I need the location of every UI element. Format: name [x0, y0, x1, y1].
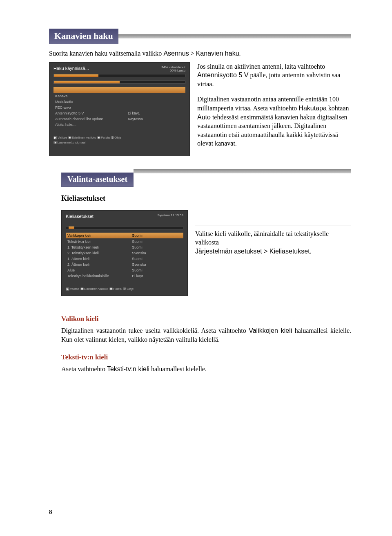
shot1-row: Modulaatio [53, 99, 185, 105]
screenshot-haku: Haku käynnissä... 34% valmistunut 50% La… [49, 62, 190, 156]
shot2-row: AlueSuomi [66, 267, 183, 273]
divider [195, 226, 351, 226]
opt-teksti-tv-kieli: Teksti-tv:n kieli [107, 366, 149, 372]
p4b: haluamallesi kielelle. [149, 366, 207, 372]
valikon-kieli-paragraph: Digitaalinen vastaanotin tukee useita va… [61, 326, 351, 344]
menu-asennus: Asennus [163, 50, 189, 57]
subheading-kieliasetukset: Kieliasetukset [61, 194, 351, 203]
key-icon: ? [123, 287, 126, 290]
intro-text-pre: Suorita kanavien haku valitsemalla valik… [49, 50, 163, 57]
screenshot-kieliasetukset: Kieliasetukset Syyskuu 11 13:59 Valikkoj… [61, 210, 188, 296]
shot2-bar [66, 226, 183, 229]
intro-paragraph: Suorita kanavien haku valitsemalla valik… [49, 49, 351, 58]
teksti-tv-paragraph: Aseta vaihtoehto Teksti-tv:n kieli halua… [61, 365, 351, 374]
shot2-highlight-row: Valikkojen kieli Suomi [66, 233, 183, 238]
shot1-row: Automatic channel list updateKäytössä [53, 116, 185, 122]
menu-path: Järjestelmän asetukset > Kieliasetukset [195, 248, 310, 255]
shot1-topright: 34% valmistunut 50% Laatu [161, 66, 185, 73]
key-icon: ? [111, 136, 114, 139]
subheading-valikon-kieli: Valikon kieli [61, 315, 351, 323]
shot2-row: 2. Äänen kieliSvenska [66, 262, 183, 267]
heading-rule [118, 34, 351, 38]
progress-quality [53, 81, 185, 84]
section-heading-valinta-asetukset: Valinta-asetukset [61, 173, 134, 187]
intro-text-post: . [239, 50, 241, 57]
gt: > [189, 50, 196, 57]
shot2-row: 2. Tekstityksen kieliSvenska [66, 250, 183, 256]
shot2-row: Tekstitys heikkokuuloisilleEi käyt. [66, 273, 183, 279]
sec2-text-a: Valitse kieli valikolle, ääniraidalle ta… [195, 229, 351, 247]
key-icon: ■ [97, 136, 100, 139]
divider [195, 259, 351, 259]
shot2-row: 1. Tekstityksen kieliSuomi [66, 244, 183, 250]
p2b: kohtaan [327, 105, 349, 112]
key-icon: ● [53, 141, 57, 144]
sec2-post: . [310, 248, 312, 255]
heading-box: Kanavien haku [49, 29, 118, 44]
key-icon: ■ [80, 287, 84, 290]
p2c: tehdessäsi ensimmäistä kanavien hakua di… [197, 114, 347, 147]
section1-right-text: Jos sinulla on aktiivinen antenni, laita… [197, 62, 351, 156]
shot1-highlight-row [53, 87, 185, 93]
shot1-tr2: 50% Laatu [161, 69, 185, 73]
opt-hakutapa: Hakutapa [298, 105, 327, 112]
shot1-row: Kanava [53, 93, 185, 99]
section2-right-text: Valitse kieli valikolle, ääniraidalle ta… [195, 210, 351, 296]
section-heading-kanavien-haku: Kanavien haku [49, 29, 351, 44]
p4a: Aseta vaihtoehto [61, 366, 107, 372]
opt-antennisyotto: Antennisyotto 5 V [197, 72, 248, 78]
heading2-rule [134, 169, 351, 173]
p1a: Jos sinulla on aktiivinen antenni, laita… [197, 63, 325, 70]
menu-kanavien-haku: Kanavien haku [196, 50, 239, 57]
shot1-footer: ▶Valitse ■Edellinen valikko ■Poistu ?Ohj… [53, 136, 185, 144]
shot2-row: 1. Äänen kieliSuomi [66, 256, 183, 262]
shot1-row: Antennisyöttö 5 VEi käyt. [53, 110, 185, 116]
opt-auto: Auto [197, 114, 211, 121]
shot1-row: FEC-arvo [53, 105, 185, 110]
shot2-row: Teksti-tv:n kieliSuomi [66, 239, 183, 244]
progress-completion [53, 74, 185, 77]
progress-fill-2 [54, 81, 120, 83]
shot2-time: Syyskuu 11 13:59 [157, 214, 183, 218]
key-icon: ■ [109, 287, 113, 290]
page-number: 8 [49, 509, 52, 516]
key-icon: ▶ [53, 136, 57, 139]
shot1-row: Aloita haku... [53, 122, 185, 128]
opt-valikkojen-kieli: Valikkojen kieli [249, 327, 292, 334]
p3a: Digitaalinen vastaanotin tukee useita va… [61, 327, 249, 334]
key-icon: ▶ [66, 287, 69, 291]
key-icon: ■ [68, 136, 71, 139]
shot2-footer: ▶Valitse ■Edellinen valikko ■Poistu ?Ohj… [66, 287, 183, 291]
progress-fill-1 [54, 74, 98, 77]
subheading-teksti-tv-kieli: Teksti-tv:n kieli [61, 353, 351, 361]
